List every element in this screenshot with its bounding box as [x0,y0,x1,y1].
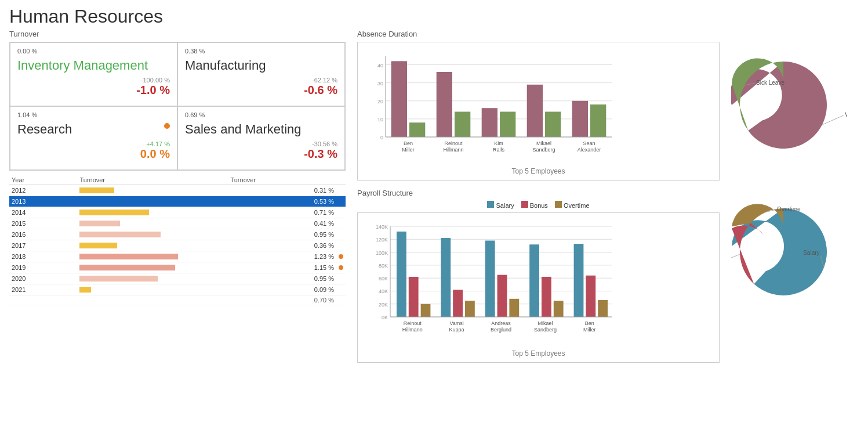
pct-cell: 1.15 % [228,262,336,273]
bar-cell [77,284,228,295]
table-row[interactable]: 2017 0.36 % [9,240,346,251]
bar [79,287,91,293]
dot-cell [336,262,346,273]
bar-cell [77,240,228,251]
table-row[interactable]: 2012 0.31 % [9,185,346,196]
turnover-pct-header: Turnover [228,175,336,185]
table-row[interactable]: 2021 0.09 % [9,284,346,295]
tile-delta: -62.12 % [185,77,337,84]
legend-dot [487,201,494,208]
bar [79,199,132,204]
bar [79,221,120,226]
table-row[interactable]: 2020 0.95 % [9,273,346,284]
pct-cell: 0.95 % [228,273,336,284]
tile-inventory: 0.00 % Inventory Management -100.00 % -1… [10,42,177,106]
svg-text:Reinout: Reinout [404,320,422,326]
year-cell: 2012 [9,185,77,196]
absence-title: Absence Duration [357,30,720,38]
tile-dot [164,123,170,129]
year-cell: 2015 [9,218,77,229]
pct-cell: 0.95 % [228,229,336,240]
row-dot [339,265,343,270]
dot-cell [336,185,346,196]
svg-text:40K: 40K [379,288,388,294]
tile-pct-top: 0.69 % [185,111,337,118]
dot-cell [336,251,346,262]
svg-text:40: 40 [377,63,383,68]
tile-research: 1.04 % Research +4.17 % 0.0 % [10,106,177,170]
pct-cell: 0.41 % [228,218,336,229]
table-row[interactable]: 2018 1.23 % [9,251,346,262]
table-row[interactable]: 2014 0.71 % [9,207,346,218]
svg-text:100K: 100K [376,250,388,256]
tile-sales: 0.69 % Sales and Marketing -30.56 % -0.3… [177,106,345,170]
dot-cell [336,218,346,229]
legend-dot [521,201,528,208]
payroll-bar [497,275,507,317]
pct-cell: 0.53 % [228,196,336,207]
tile-main-pct: -1.0 % [17,84,170,97]
svg-text:Sean: Sean [583,140,595,146]
svg-text:20K: 20K [379,302,388,308]
sick-label: Sick Leave [756,80,785,86]
bar-cell [77,273,228,284]
pct-cell: 0.71 % [228,207,336,218]
bar-cell [77,185,228,196]
tile-delta: -100.00 % [17,77,170,84]
payroll-legend: SalaryBonusOvertime [357,201,720,209]
footer-pct: 0.70 % [228,295,336,305]
bar [79,243,117,248]
bar-cell [77,251,228,262]
payroll-bar [465,301,475,317]
svg-text:Sandberg: Sandberg [532,147,555,153]
pct-cell: 0.09 % [228,284,336,295]
absence-bar-s2 [545,111,561,137]
svg-text:Vamsi: Vamsi [449,320,463,326]
payroll-subtitle: Top 5 Employees [362,349,714,358]
svg-text:Reinout: Reinout [444,140,463,146]
payroll-bar [574,244,584,317]
bar-cell [77,262,228,273]
bar-cell [77,218,228,229]
svg-text:80K: 80K [379,263,388,269]
absence-bar-s1 [527,85,543,137]
absence-bar-s1 [482,108,497,137]
tile-name: Research [17,122,170,137]
svg-text:30: 30 [377,81,383,86]
tile-pct-top: 0.00 % [17,48,170,55]
svg-text:Andreas: Andreas [491,320,511,326]
turnover-bar-header: Turnover [77,175,228,185]
payroll-bar [409,277,419,317]
year-cell: 2016 [9,229,77,240]
svg-text:Berglund: Berglund [491,327,511,333]
row-dot [339,254,343,259]
tile-pct-top: 1.04 % [17,111,170,118]
year-cell: 2021 [9,284,77,295]
turnover-grid: 0.00 % Inventory Management -100.00 % -1… [9,42,346,171]
year-cell: 2018 [9,251,77,262]
pct-cell: 0.36 % [228,240,336,251]
table-row[interactable]: 2015 0.41 % [9,218,346,229]
year-cell: 2020 [9,273,77,284]
dot-cell [336,207,346,218]
table-row[interactable]: 2013 0.53 % [9,196,346,207]
bar [79,254,178,259]
tile-name: Sales and Marketing [185,122,337,137]
svg-text:120K: 120K [376,237,388,243]
mid-column: Absence Duration 010203040BenMillerReino… [357,30,720,363]
svg-text:Mikael: Mikael [537,320,553,326]
dot-cell [336,240,346,251]
dot-cell [336,196,346,207]
absence-bar-s2 [409,122,425,137]
absence-donut-wrap: VacationSick Leave [731,53,859,159]
bar-cell [77,196,228,207]
payroll-chart-box: 0K20K40K60K80K100K120K140KReinoutHillman… [357,212,720,363]
absence-bar-s1 [391,61,407,137]
svg-text:Miller: Miller [583,327,596,333]
table-row[interactable]: 2019 1.15 % [9,262,346,273]
dot-cell [336,284,346,295]
tile-pct-top: 0.38 % [185,48,337,55]
legend-item-overtime: Overtime [555,201,590,209]
table-row[interactable]: 2016 0.95 % [9,229,346,240]
tile-name: Inventory Management [17,58,170,73]
